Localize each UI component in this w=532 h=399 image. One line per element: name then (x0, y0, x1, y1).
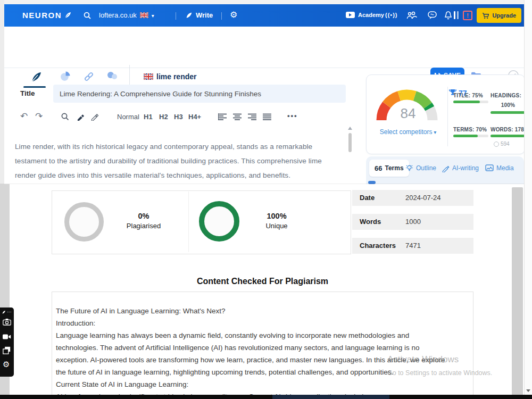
tab-terms[interactable]: 66 Terms (369, 160, 409, 177)
meta-row-characters: Characters 7471 (352, 238, 473, 254)
heading3-button[interactable]: H3 (174, 113, 183, 121)
tab-terms-label: Terms (385, 164, 403, 172)
write-label: Write (196, 11, 213, 19)
image-icon (485, 164, 494, 172)
feather-icon (2, 310, 6, 314)
editor-scroll-up-arrow[interactable] (348, 127, 352, 130)
activate-windows-watermark: Activate Windows (387, 354, 459, 365)
copy-layers-icon[interactable] (3, 346, 11, 356)
paragraph-line: Lime render, with its rich historical le… (15, 139, 342, 154)
meta-row-words: Words 1000 (352, 214, 473, 230)
paragraph-line: render guide dives into this versatile m… (15, 168, 342, 182)
quote-icon: 66 (375, 164, 382, 172)
plagiarised-label: Plagiarised (109, 222, 178, 230)
chat-bubbles-icon (106, 71, 118, 80)
format-dropdown[interactable]: Normal (117, 113, 139, 121)
toolbar-divider (129, 65, 130, 87)
meta-value: 1000 (405, 218, 421, 226)
tab-links[interactable] (83, 71, 95, 85)
meta-label: Characters (360, 242, 396, 250)
summary-divider (188, 192, 189, 252)
align-left-button[interactable] (218, 113, 227, 122)
broadcast-icon[interactable] (385, 12, 398, 18)
select-competitors-link[interactable]: Select competitors (371, 128, 445, 136)
upgrade-button[interactable]: Upgrade (477, 8, 521, 23)
settings-gear-icon[interactable]: ⚙ (230, 10, 237, 20)
content-line: Current State of AI in Language Learning… (56, 378, 471, 390)
align-right-button[interactable] (248, 113, 256, 122)
gear-icon[interactable]: ⚙ (3, 360, 10, 369)
feather-icon (64, 11, 72, 19)
title-label: Title (20, 89, 35, 97)
tab-outline[interactable]: Outline (405, 160, 436, 177)
heading2-button[interactable]: H2 (159, 113, 168, 121)
highlighter-button[interactable] (77, 113, 85, 122)
warning-icon[interactable]: ! (463, 11, 472, 20)
chat-icon[interactable] (427, 11, 438, 22)
neuron-logo-text: NEURON (22, 11, 62, 20)
report-heading: Content Checked For Plagiarism (52, 277, 473, 286)
active-tab-underline (23, 86, 46, 88)
neuron-logo[interactable]: NEURON (22, 11, 72, 20)
plagiarised-summary: 0% Plagiarised (109, 212, 178, 230)
meta-row-date: Date 2024-07-24 (352, 190, 473, 206)
heading4-button[interactable]: H4+ (188, 113, 201, 121)
pen-button[interactable] (90, 113, 98, 122)
chevron-down-icon (152, 11, 154, 19)
stat-terms-label: TERMS: 70% (453, 127, 487, 132)
screen-capture-sidebar: ⋯ ⚙ (0, 307, 14, 377)
video-camera-icon[interactable] (3, 332, 11, 342)
feather-icon (185, 12, 193, 19)
redo-button[interactable]: ↷ (35, 111, 43, 122)
browser-scrollbar[interactable] (524, 0, 532, 399)
youtube-icon (346, 12, 355, 18)
find-button[interactable] (61, 112, 70, 123)
search-icon[interactable] (83, 11, 92, 22)
stat-terms-bar (453, 135, 488, 137)
tab-stats[interactable] (60, 71, 71, 84)
bell-icon[interactable] (444, 11, 453, 22)
editor-toolbar: ↶ ↷ Normal H1 H2 H3 H4+ ••• (4, 112, 355, 130)
camera-icon[interactable] (3, 318, 11, 328)
pause-bars-icon[interactable] (454, 11, 459, 19)
team-icon[interactable] (406, 11, 418, 22)
words-extra-value: 594 (501, 141, 510, 147)
stat-title-label: TITLE: 75% (453, 93, 483, 98)
academy-link[interactable]: Academy (346, 12, 384, 18)
editor-scrollbar[interactable] (348, 133, 352, 152)
stat-words-label: WORDS: 1788 (491, 127, 527, 132)
unique-percent: 100% (242, 212, 311, 220)
nav-divider (221, 12, 222, 20)
unique-label: Unique (242, 222, 311, 230)
tab-ai-writing[interactable]: AI-writing (442, 160, 479, 177)
align-justify-button[interactable] (263, 113, 271, 122)
window-frame-left (0, 0, 4, 184)
align-center-button[interactable] (233, 113, 242, 122)
panel-tabs-bar: 66 Terms Outline AI-writing Media (366, 156, 524, 184)
uk-flag-icon (144, 73, 153, 80)
content-line: The Future of AI in Language Learning: W… (56, 305, 471, 317)
heading1-button[interactable]: H1 (144, 113, 153, 121)
meta-label: Date (360, 194, 375, 202)
upgrade-label: Upgrade (492, 12, 516, 19)
keyword-label: lime render (156, 72, 196, 81)
meta-value: 7471 (405, 242, 421, 250)
plagiarised-percent: 0% (109, 212, 178, 220)
write-button[interactable]: Write (185, 11, 213, 19)
feather-icon (30, 71, 43, 84)
tab-ai-writing-label: AI-writing (452, 164, 479, 172)
paragraph-line: testament to the artistry and durability… (15, 154, 342, 168)
activate-windows-hint: Go to Settings to activate Windows. (387, 369, 492, 377)
capture-tool-header[interactable]: ⋯ (2, 310, 11, 314)
undo-button[interactable]: ↶ (20, 111, 28, 122)
tab-media[interactable]: Media (485, 160, 514, 177)
report-scrollbar[interactable] (512, 187, 523, 399)
tab-media-label: Media (496, 164, 514, 172)
title-input[interactable] (53, 85, 346, 103)
tab-editor[interactable] (30, 71, 43, 86)
project-selector[interactable]: loftera.co.uk (99, 11, 154, 19)
editor-more-button[interactable]: ••• (287, 112, 298, 120)
uk-flag-icon (140, 12, 148, 18)
scroll-down-arrow-icon[interactable] (526, 389, 530, 392)
tab-comments[interactable] (106, 71, 118, 82)
